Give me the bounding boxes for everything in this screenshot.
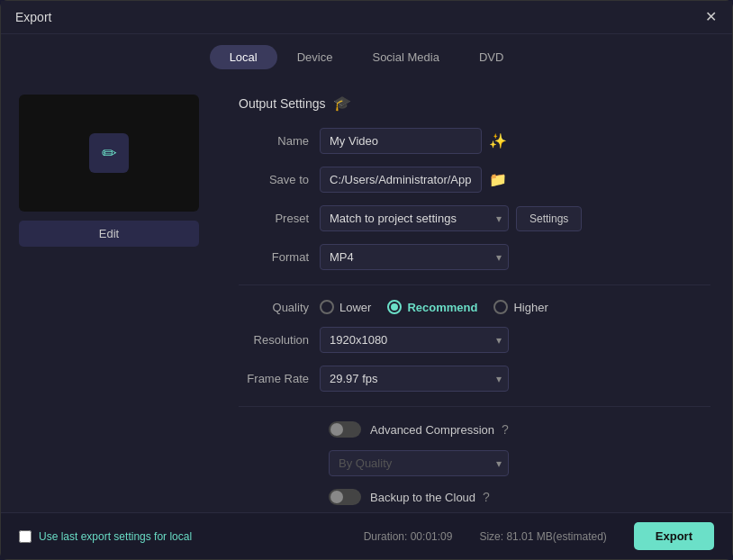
window-title: Export: [15, 10, 51, 24]
tab-local[interactable]: Local: [210, 45, 277, 69]
format-row: Format MP4 ▾: [239, 244, 710, 270]
quality-higher-label: Higher: [513, 301, 547, 314]
frame-rate-row: Frame Rate 29.97 fps ▾: [239, 366, 710, 392]
output-settings-label: Output Settings: [239, 96, 326, 111]
advanced-compression-label: Advanced Compression: [370, 423, 494, 437]
footer-right: Duration: 00:01:09 Size: 81.01 MB(estima…: [364, 522, 714, 550]
quality-recommend-radio[interactable]: [387, 300, 402, 314]
pen-icon: ✏: [102, 142, 117, 164]
advanced-compression-toggle[interactable]: [329, 421, 361, 438]
name-input[interactable]: [320, 128, 482, 154]
backup-cloud-toggle[interactable]: [329, 489, 361, 505]
edit-button[interactable]: Edit: [19, 221, 199, 247]
format-select-wrap: MP4 ▾: [320, 244, 509, 270]
ai-icon-button[interactable]: ✨: [487, 131, 509, 151]
preset-label: Preset: [239, 212, 320, 225]
preset-select[interactable]: Match to project settings: [320, 205, 509, 231]
tab-device[interactable]: Device: [277, 45, 353, 69]
name-label: Name: [239, 134, 320, 148]
close-button[interactable]: ✕: [703, 10, 718, 24]
quality-lower-option[interactable]: Lower: [320, 300, 371, 314]
quality-lower-radio[interactable]: [320, 300, 334, 314]
quality-radio-group: Lower Recommend Higher: [320, 300, 548, 314]
save-path-control: 📁: [320, 167, 509, 193]
save-to-input[interactable]: [320, 167, 482, 193]
backup-cloud-help-icon[interactable]: ?: [483, 490, 490, 504]
frame-rate-select[interactable]: 29.97 fps: [320, 366, 509, 392]
preview-panel: ✏ Edit: [1, 80, 217, 512]
format-label: Format: [239, 250, 320, 264]
save-to-row: Save to 📁: [239, 167, 710, 193]
quality-recommend-label: Recommend: [407, 301, 477, 314]
advanced-compression-thumb: [330, 423, 343, 436]
footer: Use last export settings for local Durat…: [1, 512, 732, 559]
backup-cloud-row: Backup to the Cloud ?: [239, 489, 710, 505]
tab-social-media[interactable]: Social Media: [352, 45, 458, 69]
by-quality-select-wrap: By Quality ▾: [329, 450, 509, 476]
advanced-compression-row: Advanced Compression ?: [239, 421, 710, 438]
quality-recommend-inner: [391, 303, 398, 311]
name-control: ✨: [320, 128, 509, 154]
divider-2: [239, 406, 710, 407]
frame-rate-label: Frame Rate: [239, 372, 320, 385]
save-to-label: Save to: [239, 173, 320, 186]
use-last-settings-checkbox[interactable]: [19, 530, 32, 543]
backup-cloud-thumb: [330, 491, 343, 503]
preview-icon: ✏: [89, 133, 129, 173]
export-window: Export ✕ Local Device Social Media DVD ✏…: [0, 0, 733, 560]
resolution-row: Resolution 1920x1080 ▾: [239, 327, 710, 353]
quality-lower-label: Lower: [339, 301, 371, 314]
content-area: ✏ Edit Output Settings 🎓 Name ✨: [1, 80, 732, 512]
folder-icon-button[interactable]: 📁: [487, 169, 509, 190]
output-header: Output Settings 🎓: [239, 95, 710, 112]
quality-recommend-option[interactable]: Recommend: [387, 300, 477, 314]
tabs-row: Local Device Social Media DVD: [1, 34, 732, 80]
by-quality-select[interactable]: By Quality: [329, 450, 509, 476]
footer-left: Use last export settings for local: [19, 530, 192, 543]
resolution-select-wrap: 1920x1080 ▾: [320, 327, 509, 353]
settings-panel: Output Settings 🎓 Name ✨ Save to 📁: [217, 80, 732, 512]
by-quality-row: By Quality ▾: [239, 450, 710, 476]
resolution-select[interactable]: 1920x1080: [320, 327, 509, 353]
settings-button[interactable]: Settings: [516, 206, 582, 231]
preset-control: Match to project settings ▾ Settings: [320, 205, 710, 231]
titlebar: Export ✕: [1, 1, 732, 34]
advanced-compression-help-icon[interactable]: ?: [502, 422, 509, 437]
size-info: Size: 81.01 MB(estimated): [479, 530, 606, 543]
quality-higher-radio[interactable]: [493, 300, 508, 314]
quality-higher-option[interactable]: Higher: [493, 300, 547, 314]
frame-rate-select-wrap: 29.97 fps ▾: [320, 366, 509, 392]
tab-dvd[interactable]: DVD: [459, 45, 523, 69]
format-select[interactable]: MP4: [320, 244, 509, 270]
resolution-label: Resolution: [239, 333, 320, 347]
preset-row: Preset Match to project settings ▾ Setti…: [239, 205, 710, 231]
backup-cloud-label: Backup to the Cloud: [370, 491, 475, 504]
preset-select-wrap: Match to project settings ▾: [320, 205, 509, 231]
export-button[interactable]: Export: [634, 522, 714, 550]
graduation-icon: 🎓: [333, 95, 351, 112]
quality-row: Quality Lower Recommend: [239, 300, 710, 314]
quality-label: Quality: [239, 301, 320, 314]
name-row: Name ✨: [239, 128, 710, 154]
preview-box: ✏: [19, 95, 199, 212]
duration-info: Duration: 00:01:09: [364, 530, 453, 543]
use-last-settings-label[interactable]: Use last export settings for local: [39, 530, 192, 543]
divider-1: [239, 285, 710, 285]
